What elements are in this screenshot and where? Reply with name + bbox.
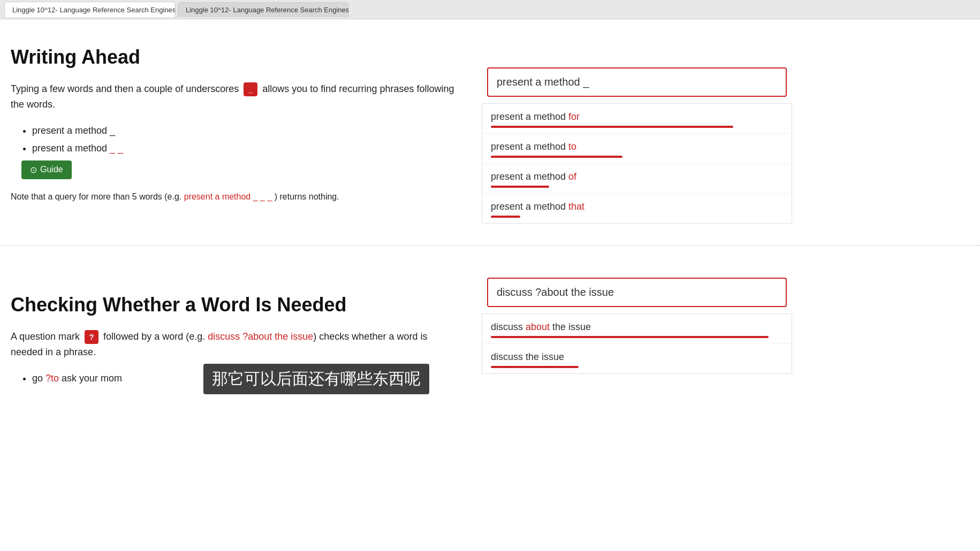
result-item-2[interactable]: present a method to <box>482 134 792 164</box>
result-keyword-3: of <box>568 171 576 182</box>
section-divider <box>0 245 980 246</box>
tab-1-label: Linggle 10^12- Language Reference Search… <box>12 6 176 14</box>
search-input-1[interactable] <box>487 67 787 97</box>
guide-icon: ⊙ <box>30 165 37 175</box>
results-list-1: present a method for present a method to… <box>482 103 792 224</box>
note-text: Note that a query for more than 5 words … <box>11 192 460 202</box>
result-item-1[interactable]: present a method for <box>482 104 792 134</box>
browser-bar: Linggle 10^12- Language Reference Search… <box>0 0 980 19</box>
bullet2-text: present a method _ _ <box>32 143 123 154</box>
section2-right: discuss about the issue discuss the issu… <box>482 267 792 418</box>
section1-description: Typing a few words and then a couple of … <box>11 81 460 112</box>
result-bar-2 <box>491 156 622 158</box>
result-item-2-1[interactable]: discuss about the issue <box>482 314 792 344</box>
result-bar-1 <box>491 126 733 128</box>
result-bar-4 <box>491 216 520 218</box>
bullet-list-1: present a method _ present a method _ _ … <box>11 125 460 179</box>
bullet-item-2: present a method _ _ <box>32 143 460 154</box>
underscore-icon: _ <box>244 82 257 96</box>
section1-left: Writing Ahead Typing a few words and the… <box>0 19 482 224</box>
tab-1[interactable]: Linggle 10^12- Language Reference Search… <box>4 2 176 17</box>
guide-label: Guide <box>40 165 63 174</box>
tab-2-label: Linggle 10^12- Language Reference Search… <box>186 6 349 14</box>
result-base-3: present a method <box>491 171 568 182</box>
question-mark-icon: ? <box>85 330 98 344</box>
section1-right: present a method for present a method to… <box>482 19 792 224</box>
section2-left: Checking Whether a Word Is Needed A ques… <box>0 267 482 418</box>
section1-title: Writing Ahead <box>11 46 460 68</box>
desc-before: Typing a few words and then a couple of … <box>11 83 239 94</box>
result-item-2-2[interactable]: discuss the issue <box>482 344 792 373</box>
result-keyword-2: to <box>568 141 576 152</box>
result-keyword-1: for <box>568 111 580 122</box>
bullet-guide: ⊙ Guide <box>21 160 460 179</box>
search-input-2[interactable] <box>487 278 787 307</box>
result-keyword-4: that <box>568 201 584 212</box>
result-item-3[interactable]: present a method of <box>482 164 792 194</box>
result-bar-3 <box>491 186 549 188</box>
guide-button[interactable]: ⊙ Guide <box>21 160 72 179</box>
section2-description: A question mark ? followed by a word (e.… <box>11 329 460 360</box>
results-list-2: discuss about the issue discuss the issu… <box>482 313 792 374</box>
overlay-text: 那它可以后面还有哪些东西呢 <box>203 364 429 394</box>
result-base-4: present a method <box>491 201 568 212</box>
section2-title: Checking Whether a Word Is Needed <box>11 294 460 316</box>
result-base-2: present a method <box>491 141 568 152</box>
tab-2[interactable]: Linggle 10^12- Language Reference Search… <box>178 2 349 17</box>
result-bar-2-2 <box>491 366 579 368</box>
search-wrapper-2 <box>482 278 792 307</box>
result-keyword-2-1: about <box>526 322 550 332</box>
bullet-item-1: present a method _ <box>32 125 460 136</box>
note-highlight: present a method _ _ _ <box>184 192 275 201</box>
result-base-1: present a method <box>491 111 568 122</box>
search-wrapper-1 <box>482 67 792 97</box>
result-bar-2-1 <box>491 336 769 338</box>
result-item-4[interactable]: present a method that <box>482 194 792 223</box>
